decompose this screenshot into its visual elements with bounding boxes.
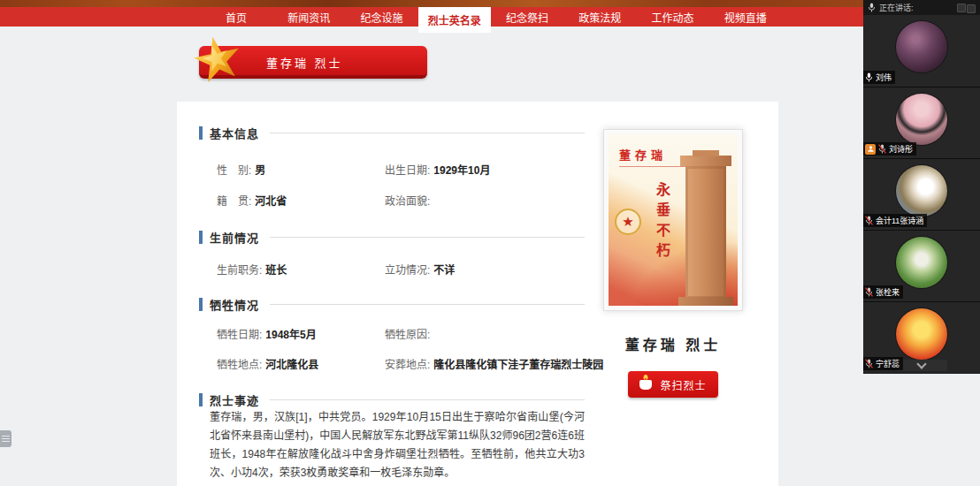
section-basic-info: 基本信息: [199, 125, 585, 141]
avatar: [896, 165, 947, 216]
presenter-badge-icon: [865, 144, 876, 155]
participant-tile[interactable]: 会计11张诗涵: [863, 158, 980, 230]
section-divider: [270, 133, 585, 133]
grid-view-icon[interactable]: [957, 4, 966, 12]
participant-name: 刘伟: [876, 72, 892, 83]
avatar: [896, 237, 947, 288]
nav-menu: 首页 新闻资讯 纪念设施 烈士英名录 纪念祭扫 政策法规 工作动态 视频直播: [200, 7, 782, 27]
sweep-martyr-button[interactable]: 祭扫烈士: [628, 371, 718, 398]
martyr-banner: 董存瑞 烈士: [199, 46, 427, 79]
section-accent-bar: [199, 393, 203, 406]
section-accent-bar: [199, 126, 203, 140]
mic-muted-icon: [878, 144, 886, 154]
memorial-portrait: 董存瑞 永垂不朽 ★: [603, 129, 743, 311]
chevron-down-icon: [916, 359, 926, 368]
field-political-status: 政治面貌:: [385, 193, 433, 208]
header-texture-strip: [0, 0, 863, 7]
star-emblem-icon: ★: [615, 209, 641, 235]
field-sacrifice-date: 牺牲日期:1948年5月: [217, 326, 317, 341]
sweep-button-label: 祭扫烈士: [660, 377, 706, 392]
mic-muted-icon: [865, 216, 873, 225]
section-sacrifice-info: 牺牲情况: [199, 296, 585, 313]
star-icon: [194, 36, 241, 84]
field-gender: 性 别:男: [217, 162, 265, 177]
speaking-label: 正在讲话:: [879, 2, 914, 13]
participant-label: 刘伟: [863, 71, 895, 84]
participant-name: 宁舒蕊: [876, 358, 900, 369]
portrait-underline: [619, 166, 695, 167]
section-divider: [270, 399, 585, 400]
field-sacrifice-cause: 牺牲原因:: [385, 326, 433, 341]
nav-item-facilities[interactable]: 纪念设施: [346, 7, 418, 27]
section-deeds: 烈士事迹: [199, 391, 585, 408]
nav-item-memorial-sweep[interactable]: 纪念祭扫: [491, 7, 563, 27]
nav-item-policies[interactable]: 政策法规: [563, 7, 636, 27]
participant-name: 会计11张诗涵: [876, 215, 923, 226]
mic-icon: [868, 3, 876, 12]
mic-icon: [865, 72, 873, 82]
field-birthdate: 出生日期:1929年10月: [385, 162, 490, 177]
memorial-artwork: 董存瑞 永垂不朽 ★: [609, 134, 738, 306]
monument-illustration: [685, 166, 726, 299]
field-native-place: 籍 贯:河北省: [217, 193, 287, 208]
participant-label: 会计11张诗涵: [863, 214, 927, 227]
banner-title: 董存瑞 烈士: [266, 54, 343, 71]
participant-label: 刘诗彤: [863, 142, 916, 156]
nav-item-martyr-roster[interactable]: 烈士英名录: [418, 7, 491, 33]
participant-name: 刘诗彤: [889, 143, 913, 155]
field-duty: 生前职务:班长: [217, 262, 287, 277]
section-title: 烈士事迹: [210, 391, 259, 408]
participant-tile[interactable]: 刘诗彤: [863, 87, 980, 158]
section-divider: [270, 304, 585, 305]
nav-item-news[interactable]: 新闻资讯: [272, 7, 345, 27]
participant-tile[interactable]: 张栓来: [863, 230, 980, 301]
video-call-header: 正在讲话:: [863, 0, 980, 15]
section-title: 基本信息: [210, 125, 259, 141]
grid-view-icon[interactable]: [967, 4, 976, 13]
section-life-info: 生前情况: [199, 229, 585, 246]
nav-item-live-video[interactable]: 视频直播: [709, 7, 782, 27]
section-title: 牺牲情况: [210, 296, 259, 313]
field-burial-place: 安葬地点:隆化县隆化镇下洼子董存瑞烈士陵园: [385, 356, 603, 371]
field-sacrifice-place: 牺牲地点:河北隆化县: [217, 356, 318, 371]
field-merit: 立功情况:不详: [385, 262, 455, 277]
participant-tile[interactable]: 宁舒蕊: [863, 301, 980, 373]
collapse-panel-button[interactable]: [896, 360, 947, 371]
page: 首页 新闻资讯 纪念设施 烈士英名录 纪念祭扫 政策法规 工作动态 视频直播 董…: [0, 0, 980, 486]
section-accent-bar: [199, 231, 203, 244]
profile-card: 基本信息 性 别:男 出生日期:1929年10月 籍 贯:河北省 政治面貌: 生…: [177, 102, 778, 486]
avatar: [896, 94, 947, 145]
side-drawer-handle[interactable]: [0, 430, 11, 447]
avatar: [896, 21, 947, 72]
video-call-panel: 正在讲话: 刘伟: [863, 0, 980, 374]
avatar: [896, 308, 947, 360]
section-divider: [270, 237, 585, 238]
section-accent-bar: [199, 298, 203, 311]
mic-muted-icon: [865, 287, 873, 297]
participant-label: 张栓来: [863, 285, 903, 299]
deeds-paragraph: 董存瑞，男，汉族[1]，中共党员。1929年10月15日出生于察哈尔省南山堡(今…: [210, 408, 585, 482]
mic-muted-icon: [865, 359, 873, 368]
nav-item-home[interactable]: 首页: [200, 7, 272, 27]
participant-name: 张栓来: [876, 286, 900, 298]
nav-item-work-updates[interactable]: 工作动态: [637, 7, 709, 27]
participant-label: 宁舒蕊: [863, 357, 903, 370]
section-title: 生前情况: [210, 229, 259, 246]
portrait-name: 董存瑞: [619, 146, 667, 163]
portrait-slogan: 永垂不朽: [651, 182, 672, 263]
martyr-name: 董存瑞 烈士: [603, 333, 743, 354]
participant-tile[interactable]: 刘伟: [863, 15, 980, 87]
candle-icon: [639, 380, 652, 390]
menu-handle-icon: [2, 436, 10, 437]
